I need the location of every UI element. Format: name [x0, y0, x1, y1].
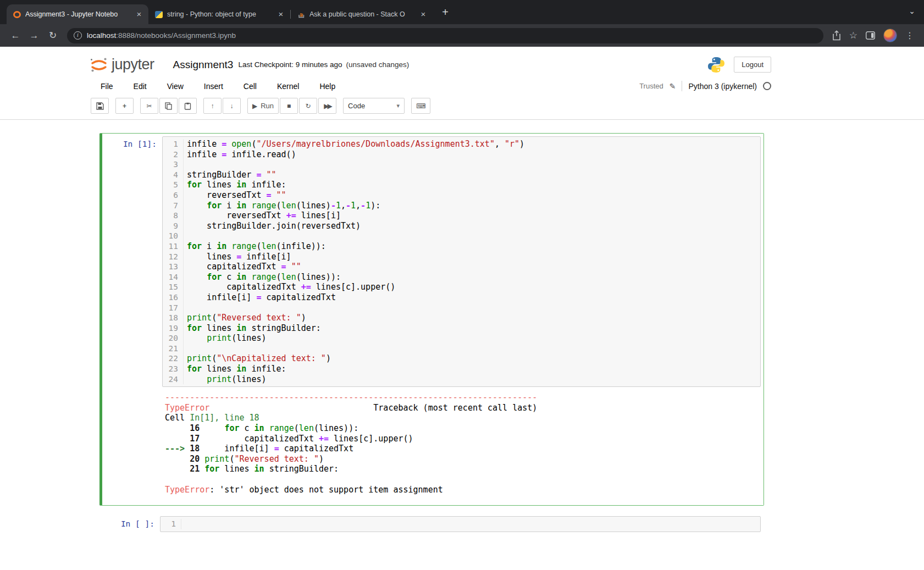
browser-tab-stackoverflow[interactable]: Ask a public question - Stack O ×: [291, 4, 433, 24]
paste-cell-button[interactable]: [179, 98, 197, 114]
notebook-body: In [1]: 12345678910111213141516171819202…: [0, 120, 924, 535]
menu-help[interactable]: Help: [319, 82, 335, 91]
bookmark-star-icon[interactable]: ☆: [849, 30, 857, 41]
cut-cell-button[interactable]: ✂: [140, 98, 158, 114]
notebook-toolbar: + ✂ ↑ ↓ ▶Run ■ ↻ ▶▶: [90, 96, 771, 119]
move-cell-up-button[interactable]: ↑: [203, 98, 222, 114]
profile-avatar[interactable]: [883, 29, 897, 42]
menu-insert[interactable]: Insert: [204, 82, 223, 91]
input-prompt: In [ ]:: [103, 516, 160, 532]
menu-bar: File Edit View Insert Cell Kernel Help T…: [90, 78, 771, 95]
menu-view[interactable]: View: [167, 82, 184, 91]
menu-edit[interactable]: Edit: [134, 82, 147, 91]
divider: [682, 81, 682, 91]
reload-icon[interactable]: ↻: [45, 28, 60, 43]
caret-down-icon: ▾: [397, 102, 400, 109]
line-numbers: 1: [161, 519, 181, 529]
save-icon: [96, 102, 104, 110]
run-button[interactable]: ▶Run: [247, 98, 279, 114]
address-bar[interactable]: i localhost:8888/notebooks/Assignment3.i…: [67, 28, 823, 43]
cell-input-row: In [ ]: 1: [103, 516, 761, 532]
code-editor[interactable]: infile = open("/Users/mayrelbriones/Down…: [184, 139, 760, 384]
arrow-down-icon: ↓: [230, 102, 234, 110]
code-input-area[interactable]: 123456789101112131415161718192021222324 …: [162, 136, 761, 387]
jupyter-chrome: jupyter Assignment3 Last Checkpoint: 9 m…: [0, 47, 924, 120]
share-icon[interactable]: [832, 30, 841, 41]
pencil-icon[interactable]: ✎: [670, 82, 676, 91]
browser-action-icons: ☆ ⋮: [832, 29, 916, 42]
stackoverflow-favicon: [297, 10, 305, 18]
notebook-header: jupyter Assignment3 Last Checkpoint: 9 m…: [0, 47, 924, 78]
cell-type-select[interactable]: Code ▾: [343, 98, 405, 114]
cell-type-value: Code: [348, 102, 365, 110]
menu-file[interactable]: File: [101, 82, 113, 91]
run-label: Run: [261, 102, 274, 110]
back-icon[interactable]: ←: [8, 28, 23, 43]
restart-icon: ↻: [306, 102, 311, 110]
jupyter-wordmark: jupyter: [112, 56, 154, 73]
url-host: localhost: [87, 31, 116, 40]
chrome-menu-icon[interactable]: ⋮: [905, 30, 914, 41]
browser-window: Assignment3 - Jupyter Notebo × string - …: [0, 0, 924, 47]
browser-tab-python-docs[interactable]: string - Python: object of type ×: [148, 4, 290, 24]
url-text: localhost:8888/notebooks/Assignment3.ipy…: [87, 31, 236, 40]
scissors-icon: ✂: [146, 102, 152, 110]
browser-toolbar: ← → ↻ i localhost:8888/notebooks/Assignm…: [0, 24, 924, 47]
kernel-name: Python 3 (ipykernel): [688, 82, 757, 91]
code-cell-1[interactable]: In [1]: 12345678910111213141516171819202…: [99, 133, 764, 506]
url-path: :8888/notebooks/Assignment3.ipynb: [116, 31, 236, 40]
save-button[interactable]: [91, 98, 109, 114]
paste-icon: [184, 102, 191, 110]
interrupt-kernel-button[interactable]: ■: [280, 98, 298, 114]
kernel-status-area: Trusted ✎ Python 3 (ipykernel): [639, 81, 771, 91]
tab-close-icon[interactable]: ×: [276, 9, 286, 19]
cell-input-row: In [1]: 12345678910111213141516171819202…: [105, 136, 761, 387]
kernel-idle-icon: [763, 82, 771, 90]
code-editor[interactable]: [181, 519, 760, 529]
tab-close-icon[interactable]: ×: [134, 9, 144, 19]
tab-title: Assignment3 - Jupyter Notebo: [25, 10, 130, 18]
command-palette-button[interactable]: ⌨: [411, 98, 430, 114]
menu-kernel[interactable]: Kernel: [277, 82, 299, 91]
unsaved-status: (unsaved changes): [346, 60, 410, 69]
keyboard-icon: ⌨: [416, 102, 425, 110]
copy-cell-button[interactable]: [159, 98, 178, 114]
tab-title: Ask a public question - Stack O: [309, 10, 414, 18]
arrow-up-icon: ↑: [211, 102, 214, 110]
new-tab-button[interactable]: +: [438, 5, 452, 20]
menu-cell[interactable]: Cell: [244, 82, 257, 91]
side-panel-icon[interactable]: [866, 31, 875, 40]
tab-title: string - Python: object of type: [167, 10, 272, 18]
trusted-badge: Trusted: [639, 82, 663, 90]
tab-search-chevron-icon[interactable]: ⌄: [909, 7, 915, 15]
code-cell-2[interactable]: In [ ]: 1: [99, 513, 764, 535]
run-icon: ▶: [252, 102, 257, 110]
logout-button[interactable]: Logout: [734, 57, 771, 73]
menu-items: File Edit View Insert Cell Kernel Help: [101, 82, 335, 91]
line-numbers: 123456789101112131415161718192021222324: [163, 139, 184, 384]
fast-forward-icon: ▶▶: [324, 102, 330, 110]
jupyter-favicon: [13, 11, 21, 18]
move-cell-down-button[interactable]: ↓: [223, 98, 241, 114]
browser-tab-jupyter[interactable]: Assignment3 - Jupyter Notebo ×: [7, 4, 148, 24]
forward-icon[interactable]: →: [26, 28, 42, 43]
jupyter-logo-icon: [90, 57, 108, 73]
tab-close-icon[interactable]: ×: [418, 9, 428, 19]
add-cell-button[interactable]: +: [115, 98, 134, 114]
notebook-title[interactable]: Assignment3: [173, 59, 234, 71]
code-input-area[interactable]: 1: [160, 516, 761, 532]
tab-strip: Assignment3 - Jupyter Notebo × string - …: [0, 0, 924, 24]
input-prompt: In [1]:: [105, 136, 162, 387]
restart-kernel-button[interactable]: ↻: [299, 98, 317, 114]
checkpoint-status: Last Checkpoint: 9 minutes ago: [238, 60, 342, 69]
python-favicon: [155, 11, 163, 18]
python-logo-icon: [707, 56, 725, 74]
stop-icon: ■: [287, 102, 291, 110]
jupyter-logo[interactable]: jupyter: [90, 56, 154, 73]
copy-icon: [165, 102, 172, 110]
restart-run-all-button[interactable]: ▶▶: [318, 98, 336, 114]
cell-output-traceback: ----------------------------------------…: [162, 392, 761, 495]
plus-icon: +: [123, 102, 126, 110]
site-info-icon[interactable]: i: [74, 31, 82, 40]
